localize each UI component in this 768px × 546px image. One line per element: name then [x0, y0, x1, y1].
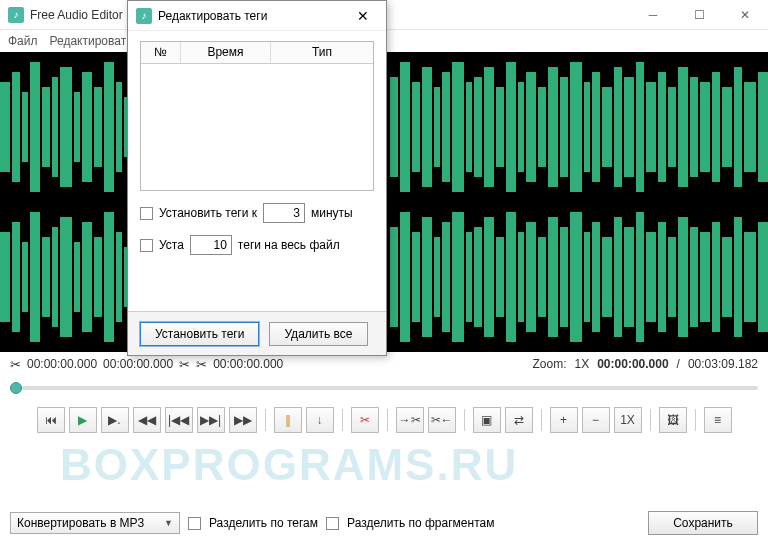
svg-rect-79 — [560, 227, 568, 327]
svg-rect-83 — [602, 237, 612, 317]
svg-rect-42 — [690, 77, 698, 177]
play-button[interactable]: ▶ — [69, 407, 97, 433]
svg-rect-63 — [390, 227, 398, 327]
position-slider-row — [0, 376, 768, 400]
forward-button[interactable]: ▶▶ — [229, 407, 257, 433]
interval-minutes-input[interactable] — [263, 203, 305, 223]
dialog-close-button[interactable]: ✕ — [348, 1, 378, 31]
svg-rect-81 — [584, 232, 590, 322]
svg-rect-14 — [390, 77, 398, 177]
svg-rect-82 — [592, 222, 600, 332]
svg-rect-5 — [42, 87, 50, 167]
svg-rect-27 — [526, 72, 536, 182]
menu-edit[interactable]: Редактировать — [50, 34, 133, 48]
time-mid: 00:00:00.000 — [103, 357, 173, 371]
svg-rect-96 — [744, 232, 756, 322]
slider-thumb[interactable] — [10, 382, 22, 394]
svg-rect-25 — [506, 62, 516, 192]
zoom-in-button[interactable]: + — [550, 407, 578, 433]
transport-toolbar: ⏮ ▶ ▶. ◀◀ |◀◀ ▶▶| ▶▶ ‖ ↓ ✂ →✂ ✂← ▣ ⇄ + −… — [0, 400, 768, 440]
svg-rect-40 — [668, 87, 676, 167]
svg-rect-53 — [30, 212, 40, 342]
svg-rect-76 — [526, 222, 536, 332]
cut-button[interactable]: ✂ — [351, 407, 379, 433]
svg-rect-57 — [74, 242, 80, 312]
save-button[interactable]: Сохранить — [648, 511, 758, 535]
flip-button[interactable]: ⇄ — [505, 407, 533, 433]
svg-rect-72 — [484, 217, 494, 337]
svg-rect-38 — [646, 82, 656, 172]
tags-table[interactable]: № Время Тип — [140, 41, 374, 191]
set-tags-button[interactable]: Установить теги — [140, 322, 259, 346]
image-button[interactable]: 🖼 — [659, 407, 687, 433]
svg-rect-48 — [758, 72, 768, 182]
svg-rect-28 — [538, 87, 546, 167]
svg-rect-16 — [412, 82, 420, 172]
svg-rect-78 — [548, 217, 558, 337]
tags-count-input[interactable] — [190, 235, 232, 255]
set-tags-count-label: Уста — [159, 238, 184, 252]
svg-rect-2 — [12, 72, 20, 182]
pause-marker-button[interactable]: ‖ — [274, 407, 302, 433]
skip-start-button[interactable]: ⏮ — [37, 407, 65, 433]
split-by-tags-checkbox[interactable] — [188, 517, 201, 530]
svg-rect-92 — [700, 232, 710, 322]
close-button[interactable]: ✕ — [722, 0, 768, 30]
svg-rect-34 — [602, 87, 612, 167]
svg-rect-20 — [452, 62, 464, 192]
svg-rect-45 — [722, 87, 732, 167]
scissors-icon: ✂ — [10, 357, 21, 372]
trim-right-button[interactable]: ✂← — [428, 407, 456, 433]
svg-rect-73 — [496, 237, 504, 317]
marker-down-button[interactable]: ↓ — [306, 407, 334, 433]
prev-button[interactable]: |◀◀ — [165, 407, 193, 433]
svg-rect-77 — [538, 237, 546, 317]
minimize-button[interactable]: ─ — [630, 0, 676, 30]
svg-rect-3 — [22, 92, 28, 162]
svg-rect-66 — [422, 217, 432, 337]
svg-rect-44 — [712, 72, 720, 182]
play-selection-button[interactable]: ▶. — [101, 407, 129, 433]
crop-button[interactable]: ▣ — [473, 407, 501, 433]
toolbar-separator — [464, 409, 465, 431]
maximize-button[interactable]: ☐ — [676, 0, 722, 30]
delete-all-button[interactable]: Удалить все — [269, 322, 367, 346]
svg-rect-56 — [60, 217, 72, 337]
zoom-out-button[interactable]: − — [582, 407, 610, 433]
col-time[interactable]: Время — [181, 42, 271, 63]
next-button[interactable]: ▶▶| — [197, 407, 225, 433]
set-tags-interval-checkbox[interactable] — [140, 207, 153, 220]
svg-rect-94 — [722, 237, 732, 317]
rewind-button[interactable]: ◀◀ — [133, 407, 161, 433]
svg-rect-68 — [442, 222, 450, 332]
svg-rect-47 — [744, 82, 756, 172]
col-type[interactable]: Тип — [271, 42, 373, 63]
chevron-down-icon: ▼ — [164, 518, 173, 528]
svg-rect-29 — [548, 67, 558, 187]
dialog-titlebar: ♪ Редактировать теги ✕ — [128, 1, 386, 31]
col-number[interactable]: № — [141, 42, 181, 63]
zoom-label: Zoom: — [532, 357, 566, 371]
table-header: № Время Тип — [141, 42, 373, 64]
svg-rect-19 — [442, 72, 450, 182]
svg-rect-41 — [678, 67, 688, 187]
menu-file[interactable]: Файл — [8, 34, 38, 48]
toolbar-separator — [387, 409, 388, 431]
svg-rect-50 — [0, 232, 10, 322]
set-tags-count-checkbox[interactable] — [140, 239, 153, 252]
split-by-fragments-checkbox[interactable] — [326, 517, 339, 530]
toolbar-separator — [695, 409, 696, 431]
svg-rect-7 — [60, 67, 72, 187]
svg-rect-67 — [434, 237, 440, 317]
position-slider[interactable] — [10, 386, 758, 390]
zoom-reset-button[interactable]: 1X — [614, 407, 642, 433]
svg-rect-1 — [0, 82, 10, 172]
svg-rect-89 — [668, 237, 676, 317]
settings-button[interactable]: ≡ — [704, 407, 732, 433]
svg-rect-18 — [434, 87, 440, 167]
set-tags-interval-label: Установить теги к — [159, 206, 257, 220]
convert-format-combo[interactable]: Конвертировать в MP3 ▼ — [10, 512, 180, 534]
toolbar-separator — [342, 409, 343, 431]
toolbar-separator — [650, 409, 651, 431]
trim-left-button[interactable]: →✂ — [396, 407, 424, 433]
